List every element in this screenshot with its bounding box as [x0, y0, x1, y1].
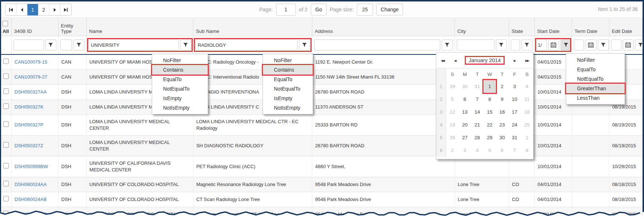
date-picker-button-edit-date[interactable]: [623, 39, 634, 50]
calendar-day[interactable]: 6: [496, 144, 508, 157]
calendar-day[interactable]: 26: [446, 131, 459, 144]
340b-id-link[interactable]: DSH050599BW: [15, 164, 48, 169]
filter-input-city[interactable]: [457, 39, 494, 50]
filter-input-edit-date[interactable]: [611, 39, 621, 50]
filter-button-start-date[interactable]: [561, 39, 572, 50]
calendar-day[interactable]: 14: [471, 106, 483, 118]
calendar-day[interactable]: 1: [521, 131, 533, 144]
calendar-fast-previous-icon[interactable]: ◂◂: [436, 58, 449, 63]
340b-id-link[interactable]: DSH050327AA: [15, 89, 47, 95]
filter-menu-item-equalto[interactable]: EqualTo: [263, 75, 313, 84]
row-checkbox[interactable]: [3, 196, 9, 201]
filter-menu-item-equalto[interactable]: EqualTo: [152, 75, 208, 84]
340b-id-link[interactable]: DSH050327P: [15, 122, 44, 128]
row-checkbox[interactable]: [3, 88, 9, 94]
page-number-input[interactable]: [276, 4, 296, 16]
calendar-day[interactable]: 2: [446, 144, 459, 157]
calendar-day[interactable]: 1: [483, 80, 496, 93]
calendar-next-icon[interactable]: ▸: [508, 58, 521, 63]
prev-page-button[interactable]: [16, 4, 27, 15]
filter-button-entity-type[interactable]: [74, 39, 84, 50]
calendar-day[interactable]: 8: [521, 144, 533, 157]
calendar-day[interactable]: 7: [508, 144, 521, 157]
calendar-day[interactable]: 31: [508, 131, 521, 144]
calendar-day[interactable]: 21: [471, 118, 483, 131]
filter-menu-item-contains[interactable]: Contains: [152, 65, 208, 75]
calendar-day[interactable]: 13: [459, 106, 471, 118]
calendar-day[interactable]: 29: [446, 80, 459, 93]
filter-menu-item-nofilter[interactable]: NoFilter: [152, 56, 208, 65]
filter-menu-item-contains[interactable]: Contains: [263, 65, 313, 75]
340b-id-link[interactable]: CAN100079-27: [15, 74, 48, 80]
filter-button-address[interactable]: [442, 39, 453, 50]
filter-menu-item-notisempty[interactable]: NotIsEmpty: [263, 103, 313, 113]
calendar-day[interactable]: 3: [508, 80, 521, 93]
calendar-day[interactable]: 28: [471, 131, 483, 144]
filter-menu-item-greaterthan[interactable]: GreaterThan: [566, 84, 625, 93]
calendar-day[interactable]: 30: [496, 131, 508, 144]
go-button[interactable]: Go: [311, 4, 327, 15]
calendar-day[interactable]: 16: [496, 106, 508, 118]
row-checkbox[interactable]: [3, 103, 9, 109]
first-page-button[interactable]: [5, 4, 16, 15]
filter-input-state[interactable]: [511, 39, 520, 50]
calendar-day[interactable]: 4: [471, 144, 483, 157]
filter-menu-item-notequalto[interactable]: NotEqualTo: [152, 84, 208, 94]
filter-menu-item-nofilter[interactable]: NoFilter: [566, 55, 625, 65]
calendar-day[interactable]: 12: [446, 106, 459, 118]
row-checkbox[interactable]: [3, 58, 9, 64]
filter-input-entity-type[interactable]: [60, 39, 72, 50]
calendar-day[interactable]: 7: [471, 93, 483, 106]
calendar-day[interactable]: 19: [446, 118, 459, 131]
filter-menu-item-notequalto[interactable]: NotEqualTo: [263, 84, 313, 94]
filter-menu-item-equalto[interactable]: EqualTo: [566, 65, 625, 74]
row-checkbox[interactable]: [3, 73, 9, 79]
filter-input-term-date[interactable]: [574, 39, 584, 50]
calendar-day[interactable]: 5: [446, 93, 459, 106]
calendar-day[interactable]: 3: [459, 144, 471, 157]
340b-id-link[interactable]: DSH050327Z: [15, 143, 44, 148]
calendar-day[interactable]: 5: [483, 144, 496, 157]
filter-input-340b-id[interactable]: [14, 39, 44, 50]
calendar-day[interactable]: 22: [483, 118, 496, 131]
340b-id-link[interactable]: CAN100079-15: [15, 59, 48, 65]
calendar-day[interactable]: 29: [483, 131, 496, 144]
date-picker-button-start-date[interactable]: [548, 39, 559, 50]
calendar-day[interactable]: 6: [459, 93, 471, 106]
filter-menu-item-notisempty[interactable]: NotIsEmpty: [152, 103, 208, 113]
page-2-button[interactable]: 2: [38, 4, 49, 15]
filter-button-city[interactable]: [496, 39, 507, 50]
calendar-day[interactable]: 20: [459, 118, 471, 131]
filter-menu-item-isempty[interactable]: IsEmpty: [263, 94, 313, 103]
calendar-day[interactable]: 15: [483, 106, 496, 118]
filter-menu-item-lessthan[interactable]: LessThan: [566, 93, 625, 103]
340b-id-link[interactable]: DSH050327K: [15, 104, 44, 110]
page-1-button[interactable]: 1: [27, 4, 38, 15]
340b-id-link[interactable]: DSH060024AA: [15, 182, 47, 187]
filter-menu-item-notequalto[interactable]: NotEqualTo: [566, 74, 625, 84]
filter-input-name[interactable]: [88, 39, 179, 50]
calendar-day[interactable]: 8: [483, 93, 496, 106]
filter-menu-item-isempty[interactable]: IsEmpty: [152, 94, 208, 103]
calendar-day[interactable]: 4: [521, 80, 533, 93]
calendar-day[interactable]: 2: [496, 80, 508, 93]
last-page-button[interactable]: [60, 4, 71, 15]
calendar-day[interactable]: 30: [459, 80, 471, 93]
calendar-day[interactable]: 25: [521, 118, 533, 131]
filter-menu-item-nofilter[interactable]: NoFilter: [263, 56, 313, 65]
calendar-day[interactable]: 11: [521, 93, 533, 106]
filter-button-term-date[interactable]: [598, 39, 609, 50]
340b-id-link[interactable]: DSH060024AB: [15, 197, 47, 202]
calendar-day[interactable]: 18: [521, 106, 533, 118]
row-checkbox[interactable]: [3, 163, 9, 168]
calendar-day[interactable]: 24: [508, 118, 521, 131]
calendar-day[interactable]: 17: [508, 106, 521, 118]
change-button[interactable]: Change: [376, 4, 403, 15]
row-checkbox[interactable]: [3, 181, 9, 186]
date-picker-button-term-date[interactable]: [585, 39, 596, 50]
filter-input-sub-name[interactable]: [195, 39, 298, 50]
next-page-button[interactable]: [49, 4, 60, 15]
calendar-fast-next-icon[interactable]: ▸▸: [521, 58, 533, 63]
filter-button-state[interactable]: [521, 39, 532, 50]
calendar-day[interactable]: 31: [471, 80, 483, 93]
